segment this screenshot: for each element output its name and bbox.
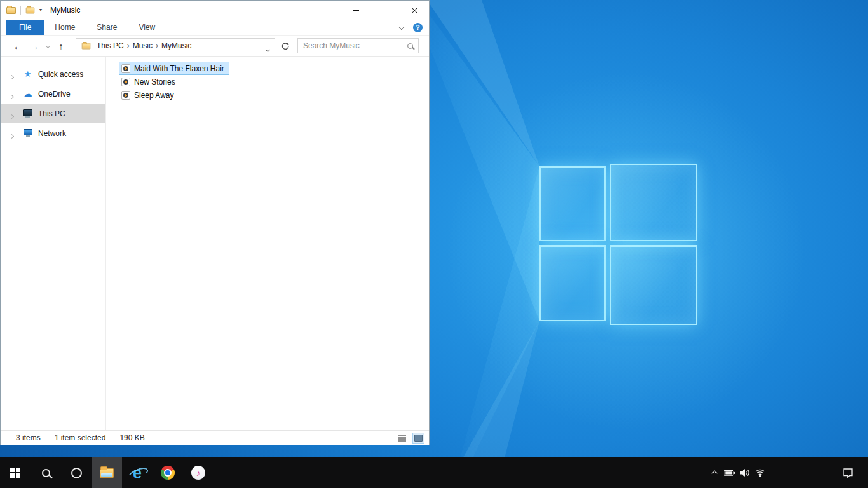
taskbar-internet-explorer-button[interactable]: e [122, 458, 153, 488]
expand-chevron-icon[interactable] [10, 111, 13, 120]
cortana-circle-icon [71, 468, 82, 478]
start-button[interactable] [0, 458, 31, 488]
window-controls [341, 1, 429, 20]
minimize-button[interactable] [341, 1, 370, 20]
search-input[interactable] [303, 41, 403, 50]
sidebar-item-this-pc[interactable]: This PC [1, 104, 105, 123]
title-bar[interactable]: ▾ MyMusic [1, 1, 429, 20]
sidebar-item-label: Network [38, 129, 66, 138]
sidebar-item-label: This PC [38, 109, 65, 118]
battery-icon [724, 470, 735, 477]
speaker-icon [740, 468, 750, 477]
search-icon [42, 469, 50, 477]
refresh-icon [280, 41, 290, 51]
qat-folder-icon[interactable] [26, 7, 35, 13]
network-icon [22, 131, 34, 135]
sidebar-item-label: Quick access [38, 70, 83, 79]
taskbar-itunes-button[interactable]: ♪ [183, 458, 214, 488]
show-hidden-icons-button[interactable] [707, 458, 722, 488]
maximize-button[interactable] [370, 1, 400, 20]
tab-share[interactable]: Share [86, 20, 128, 35]
details-view-icon [398, 435, 406, 442]
expand-chevron-icon[interactable] [10, 72, 13, 81]
audio-file-icon [121, 64, 130, 73]
help-icon[interactable]: ? [413, 23, 423, 32]
tab-view-label: View [139, 23, 155, 32]
chevron-up-icon [711, 471, 717, 477]
internet-explorer-icon: e [129, 464, 146, 481]
expand-chevron-icon[interactable] [10, 131, 13, 140]
system-tray [707, 458, 868, 488]
audio-file-icon [121, 78, 130, 86]
refresh-button[interactable] [277, 38, 292, 53]
breadcrumb-this-pc[interactable]: This PC [93, 41, 127, 50]
back-button[interactable]: ← [10, 41, 26, 51]
up-button[interactable]: ↑ [53, 41, 69, 51]
file-explorer-window: ▾ MyMusic File Home Share View ? ← → ↑ T… [0, 0, 430, 445]
music-note-glyph: ♪ [196, 468, 201, 478]
file-explorer-icon [100, 468, 114, 478]
address-dropdown-chevron-icon[interactable] [266, 44, 269, 53]
taskbar: e ♪ [0, 458, 868, 488]
breadcrumb-mymusic[interactable]: MyMusic [158, 41, 194, 50]
file-name: New Stories [134, 78, 175, 86]
status-size: 190 KB [119, 433, 144, 442]
file-name: Sleep Away [134, 91, 174, 100]
windows-logo-icon [10, 468, 20, 478]
qat-customize-chevron-icon[interactable]: ▾ [39, 8, 42, 13]
search-icon [407, 43, 413, 49]
navigation-pane: ★ Quick access ☁ OneDrive This PC Networ… [1, 57, 106, 430]
file-name: Maid With The Flaxen Hair [134, 64, 224, 73]
battery-indicator[interactable] [722, 458, 737, 488]
explorer-content: ★ Quick access ☁ OneDrive This PC Networ… [1, 57, 429, 430]
quick-access-toolbar: ▾ [6, 6, 42, 15]
sidebar-item-onedrive[interactable]: ☁ OneDrive [1, 84, 105, 104]
this-pc-computer-icon [22, 111, 34, 116]
file-row-new-stories[interactable]: New Stories [119, 75, 180, 88]
volume-indicator[interactable] [737, 458, 752, 488]
forward-button[interactable]: → [26, 41, 43, 51]
network-indicator[interactable] [752, 458, 768, 488]
windows-logo-pane-top-left [539, 166, 606, 241]
search-box[interactable] [297, 38, 419, 53]
breadcrumb-folder-icon [82, 43, 91, 49]
details-view-button[interactable] [396, 433, 408, 444]
cortana-button[interactable] [61, 458, 92, 488]
tab-share-label: Share [97, 23, 117, 32]
address-breadcrumb-bar[interactable]: This PC › Music › MyMusic [76, 38, 275, 53]
large-icons-view-button[interactable] [412, 433, 424, 444]
tab-view[interactable]: View [128, 20, 166, 35]
large-icons-view-icon [414, 435, 423, 442]
audio-file-icon [121, 91, 130, 100]
taskbar-search-button[interactable] [31, 458, 61, 488]
address-bar-row: ← → ↑ This PC › Music › MyMusic [1, 36, 429, 57]
status-item-count: 3 items [16, 433, 41, 442]
action-center-button[interactable] [839, 458, 857, 488]
itunes-icon: ♪ [191, 466, 205, 480]
file-list[interactable]: Maid With The Flaxen Hair New Stories Sl… [106, 57, 429, 430]
quick-access-star-icon: ★ [22, 70, 34, 78]
sidebar-item-label: OneDrive [38, 90, 71, 98]
tray-spacer [768, 458, 839, 488]
sidebar-item-quick-access[interactable]: ★ Quick access [1, 64, 105, 84]
close-button[interactable] [400, 1, 429, 20]
recent-locations-chevron-icon[interactable] [43, 44, 53, 48]
maximize-icon [383, 8, 388, 13]
breadcrumb-music[interactable]: Music [130, 41, 156, 50]
tab-home[interactable]: Home [44, 20, 86, 35]
window-title: MyMusic [50, 6, 80, 15]
onedrive-cloud-icon: ☁ [22, 89, 34, 98]
wifi-icon [754, 468, 766, 477]
file-row-maid-with-the-flaxen-hair[interactable]: Maid With The Flaxen Hair [119, 62, 229, 75]
taskbar-chrome-button[interactable] [153, 458, 183, 488]
status-bar: 3 items 1 item selected 190 KB [1, 430, 429, 445]
ribbon-tab-strip: File Home Share View ? [1, 20, 429, 36]
tab-file[interactable]: File [6, 20, 44, 35]
collapse-ribbon-chevron-icon[interactable] [399, 25, 404, 30]
window-folder-icon [6, 7, 16, 14]
taskbar-file-explorer-button[interactable] [92, 458, 122, 488]
expand-chevron-icon[interactable] [10, 92, 13, 100]
tab-file-label: File [19, 23, 31, 32]
file-row-sleep-away[interactable]: Sleep Away [119, 88, 179, 102]
sidebar-item-network[interactable]: Network [1, 123, 105, 143]
